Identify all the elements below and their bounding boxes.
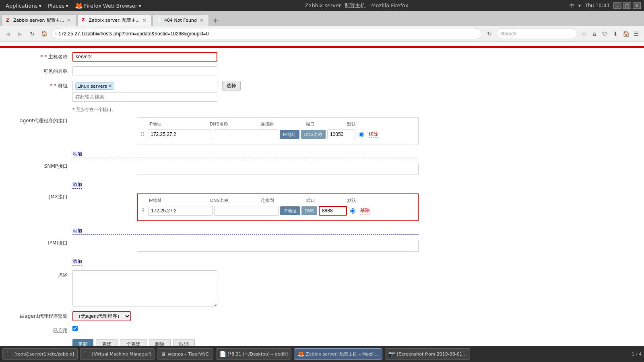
group-tag-container[interactable]: Linux servers ✕ <box>72 81 217 91</box>
forward-button[interactable]: ▶ <box>15 29 25 39</box>
reload-icon[interactable]: ↻ <box>485 29 494 39</box>
jmx-port-input[interactable] <box>319 206 347 216</box>
agent-interface-header: IP地址 DNS名称 连接到 端口 默认 <box>140 121 415 127</box>
form-container: * * 主机名称 可见的名称 * * 群组 Linux servers <box>0 52 644 346</box>
snmp-add-link[interactable]: 添加 <box>72 181 82 189</box>
group-tag-remove[interactable]: ✕ <box>108 83 112 89</box>
drag-handle-agent[interactable]: ⠿ <box>140 131 144 138</box>
tab3-favicon: 📄 <box>157 18 163 23</box>
hostname-row: * * 主机名称 <box>8 52 636 62</box>
hostname-input[interactable] <box>72 52 217 62</box>
tab-3[interactable]: 📄 404 Not Found ✕ <box>153 14 209 26</box>
group-search-input[interactable] <box>72 92 217 102</box>
group-row: * * 群组 Linux servers ✕ 选择 <box>8 81 636 102</box>
places-menu[interactable]: Places ▾ <box>45 3 71 9</box>
jmx-interface-label: JMX接口 <box>8 193 72 200</box>
home-icon3[interactable]: 🏠 <box>621 29 630 38</box>
enabled-checkbox[interactable] <box>72 326 78 331</box>
full-clone-button[interactable]: 全克隆 <box>120 339 147 346</box>
applications-menu[interactable]: Applications ▾ <box>3 3 44 9</box>
agent-remove-link[interactable]: 移除 <box>369 131 378 138</box>
action-buttons: 更新 克隆 全克隆 删除 取消 <box>72 339 636 346</box>
url-bar[interactable] <box>58 29 479 39</box>
jmx-connect-ip-button[interactable]: IP地址 <box>280 206 299 215</box>
enabled-label: 已启用 <box>8 326 72 334</box>
reload-button[interactable]: ↻ <box>27 29 37 39</box>
address-bar: ◀ ▶ ↻ 🏠 ℹ ↻ ☆ ⌂ 🛡 ⬇ 🏠 ☰ <box>0 26 644 42</box>
drag-handle-jmx[interactable]: ⠿ <box>141 208 145 214</box>
window-controls: – □ ✕ <box>613 2 641 9</box>
visible-name-label: 可见的名称 <box>8 66 72 75</box>
group-tag: Linux servers ✕ <box>75 82 114 90</box>
snmp-interface-section <box>137 163 419 175</box>
enabled-row: 已启用 <box>8 326 636 334</box>
jmx-dns-input[interactable] <box>214 206 279 216</box>
tab3-label: 404 Not Found <box>164 18 197 23</box>
jmx-default-radio[interactable] <box>350 208 355 214</box>
maximize-button[interactable]: □ <box>623 2 631 9</box>
hostname-label: * * 主机名称 <box>8 52 72 60</box>
menu-icon[interactable]: ☰ <box>632 29 641 38</box>
agent-interface-label: agent代理程序的接口 <box>8 117 72 124</box>
clone-button[interactable]: 克隆 <box>96 339 118 346</box>
jmx-ip-input[interactable] <box>148 206 213 216</box>
ipmi-interface-row: IPMI接口 添加 <box>8 240 636 265</box>
visible-name-input[interactable] <box>72 66 217 76</box>
window-title: Zabbix server: 配置主机 – Mozilla Firefox <box>144 2 570 9</box>
required-note: * 至少存在一个接口。 <box>72 107 636 113</box>
ipmi-add-link[interactable]: 添加 <box>72 258 82 265</box>
tab-bar: Z Zabbix server: 配置主... ✕ Z Zabbix serve… <box>0 11 644 26</box>
bookmark-icon[interactable]: ☆ <box>580 29 588 38</box>
group-label: * * 群组 <box>8 81 72 89</box>
tab2-label: Zabbix server: 配置主... <box>89 17 140 23</box>
tab-2[interactable]: Z Zabbix server: 配置主... ✕ <box>77 14 152 26</box>
update-button[interactable]: 更新 <box>72 339 93 346</box>
delete-button[interactable]: 删除 <box>149 339 171 346</box>
shield-icon[interactable]: 🛡 <box>601 29 609 38</box>
agent-connect-ip-button[interactable]: IP地址 <box>280 130 299 139</box>
bottom-taskbar: ⬛ [root@server1:/etc/zabbix] ⬛ [Virtual … <box>0 346 644 346</box>
agent-default-radio[interactable] <box>359 132 364 137</box>
tab1-label: Zabbix server: 配置主... <box>13 17 64 23</box>
home-button[interactable]: 🏠 <box>39 29 49 39</box>
agent-connect-dns-button[interactable]: DNS名称 <box>301 130 326 139</box>
cancel-button[interactable]: 取消 <box>173 339 195 346</box>
agent-port-input[interactable] <box>327 130 355 139</box>
jmx-add-link[interactable]: 添加 <box>72 228 419 235</box>
agent-monitor-select[interactable]: （无agent代理程序） <box>72 311 131 321</box>
agent-interface-section: IP地址 DNS名称 连接到 端口 默认 ⠿ IP地址 DNS名称 <box>137 117 419 144</box>
ipmi-interface-label: IPMI接口 <box>8 240 72 247</box>
agent-ip-input[interactable] <box>148 130 212 139</box>
group-select-button[interactable]: 选择 <box>222 81 241 90</box>
toolbar-icons: ☆ ⌂ 🛡 ⬇ 🏠 ☰ <box>580 29 641 38</box>
agent-add-link[interactable]: 添加 <box>72 151 419 158</box>
search-input[interactable] <box>497 29 577 39</box>
firefox-menu[interactable]: 🦊 Firefox Web Browser ▾ <box>72 2 144 10</box>
description-row: 描述 <box>8 270 636 306</box>
tab1-close[interactable]: ✕ <box>66 17 72 23</box>
tab1-favicon: Z <box>6 18 12 23</box>
browser-chrome: Z Zabbix server: 配置主... ✕ Z Zabbix serve… <box>0 11 644 42</box>
jmx-interface-row: JMX接口 IP地址 DNS名称 连接到 端口 默认 ⠿ IP地址 <box>8 193 636 235</box>
close-button[interactable]: ✕ <box>633 2 641 9</box>
jmx-remove-link[interactable]: 移除 <box>360 207 370 214</box>
agent-dns-input[interactable] <box>214 130 278 139</box>
jmx-interface-section: IP地址 DNS名称 连接到 端口 默认 ⠿ IP地址 DNS <box>137 193 419 221</box>
home-icon2[interactable]: ⌂ <box>590 29 599 38</box>
tab-1[interactable]: Z Zabbix server: 配置主... ✕ <box>2 14 76 26</box>
download-icon[interactable]: ⬇ <box>611 29 620 38</box>
minimize-button[interactable]: – <box>613 2 621 9</box>
new-tab-button[interactable]: + <box>210 14 221 26</box>
jmx-interface-row-1: ⠿ IP地址 DNS 移除 <box>141 206 415 216</box>
datetime: Thu 10:43 <box>585 3 609 8</box>
description-label: 描述 <box>8 270 72 279</box>
tab2-close[interactable]: ✕ <box>141 17 147 23</box>
description-textarea[interactable] <box>72 270 217 306</box>
jmx-connect-dns-button[interactable]: DNS <box>301 206 317 215</box>
tab3-close[interactable]: ✕ <box>198 17 204 23</box>
jmx-interface-header: IP地址 DNS名称 连接到 端口 默认 <box>141 197 415 204</box>
agent-monitor-row: 由agent代理程序监测 （无agent代理程序） <box>8 311 636 321</box>
tab2-favicon: Z <box>82 17 87 23</box>
snmp-interface-label: SNMP接口 <box>8 163 72 170</box>
back-button[interactable]: ◀ <box>3 29 13 39</box>
